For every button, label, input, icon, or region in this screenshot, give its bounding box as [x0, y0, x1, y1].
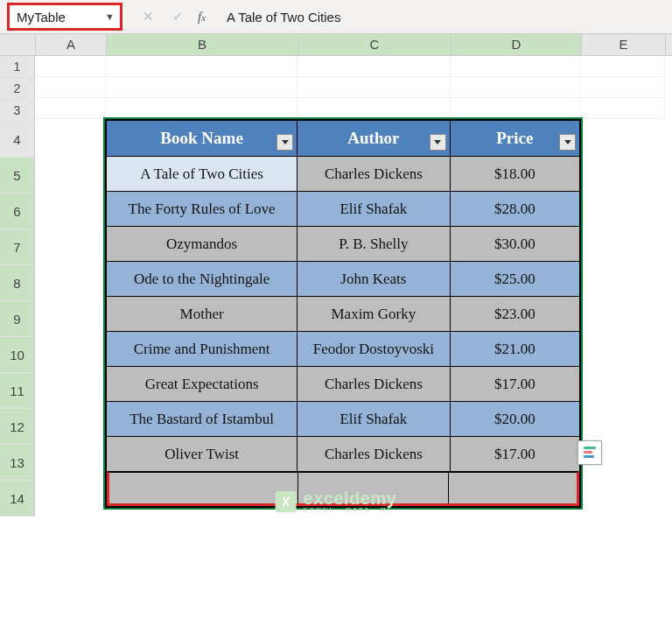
select-all-corner[interactable]: [0, 34, 36, 55]
row-header-9[interactable]: 9: [0, 301, 35, 337]
filter-button[interactable]: [430, 134, 446, 151]
logo-title: exceldemy: [304, 489, 397, 507]
row-header-1[interactable]: 1: [0, 56, 35, 78]
table-row[interactable]: Mother Maxim Gorky $23.00: [107, 296, 579, 331]
cell-author[interactable]: P. B. Shelly: [298, 226, 450, 261]
row-header-13[interactable]: 13: [0, 445, 35, 481]
table-header-label: Book Name: [160, 129, 242, 148]
cell-author[interactable]: Maxim Gorky: [298, 296, 450, 331]
cell-book[interactable]: Oliver Twist: [107, 436, 298, 471]
cell-book[interactable]: The Bastard of Istambul: [107, 401, 298, 436]
cell-book[interactable]: Crime and Punishment: [107, 331, 298, 366]
table-row[interactable]: Great Expectations Charles Dickens $17.0…: [107, 366, 579, 401]
row-header-14[interactable]: 14: [0, 481, 35, 517]
filter-button[interactable]: [276, 134, 293, 151]
column-header-e[interactable]: E: [582, 34, 666, 55]
formula-bar: MyTable ▼ ✕ ✓ fx A Tale of Two Cities: [0, 0, 672, 34]
cancel-icon[interactable]: ✕: [138, 9, 158, 25]
excel-table[interactable]: Book Name Author Price A Tale of Two Cit…: [105, 119, 581, 508]
table-row[interactable]: Ozymandos P. B. Shelly $30.00: [107, 226, 579, 261]
cell-author[interactable]: Charles Dickens: [298, 436, 450, 471]
cell-author[interactable]: Elif Shafak: [298, 401, 450, 436]
table-row[interactable]: The Bastard of Istambul Elif Shafak $20.…: [107, 401, 579, 436]
logo-watermark: X exceldemy EXCEL · DATA · BI: [276, 489, 397, 514]
row-header-12[interactable]: 12: [0, 409, 35, 445]
table-header-row: Book Name Author Price: [107, 121, 579, 156]
row-header-2[interactable]: 2: [0, 78, 35, 100]
cell-author[interactable]: Charles Dickens: [298, 156, 450, 191]
table-row[interactable]: Oliver Twist Charles Dickens $17.00: [107, 436, 579, 471]
cell-price[interactable]: $17.00: [451, 366, 579, 401]
column-headers: A B C D E: [0, 34, 672, 56]
cell-book[interactable]: Ozymandos: [107, 226, 298, 261]
row-headers: 1 2 3 4 5 6 7 8 9 10 11 12 13 14: [0, 56, 35, 517]
table-row[interactable]: Crime and Punishment Feodor Dostoyvoski …: [107, 331, 579, 366]
row-header-7[interactable]: 7: [0, 229, 35, 265]
cell-book[interactable]: The Forty Rules of Love: [107, 191, 298, 226]
cell-author[interactable]: Charles Dickens: [298, 366, 450, 401]
cell-price[interactable]: $30.00: [451, 226, 579, 261]
table-row[interactable]: The Forty Rules of Love Elif Shafak $28.…: [107, 191, 579, 226]
column-header-c[interactable]: C: [298, 34, 452, 55]
row-header-5[interactable]: 5: [0, 158, 35, 193]
column-header-d[interactable]: D: [452, 34, 582, 55]
cell-author[interactable]: Elif Shafak: [298, 191, 450, 226]
row-header-4[interactable]: 4: [0, 122, 35, 158]
cell-author[interactable]: Feodor Dostoyvoski: [298, 331, 450, 366]
cell-price[interactable]: $25.00: [451, 261, 579, 296]
table-header-label: Price: [496, 129, 533, 148]
cell-price[interactable]: $23.00: [451, 296, 579, 331]
cell-book[interactable]: Ode to the Nightingale: [107, 261, 298, 296]
fx-icon[interactable]: fx: [198, 10, 206, 25]
row-header-6[interactable]: 6: [0, 193, 35, 229]
cell-author[interactable]: John Keats: [298, 261, 450, 296]
confirm-icon[interactable]: ✓: [168, 9, 187, 25]
formula-text[interactable]: A Tale of Two Cities: [227, 10, 340, 25]
column-header-b[interactable]: B: [107, 34, 298, 55]
row-header-8[interactable]: 8: [0, 265, 35, 301]
cell-price[interactable]: $17.00: [451, 436, 579, 471]
cell-empty[interactable]: [109, 473, 298, 503]
table-row[interactable]: Ode to the Nightingale John Keats $25.00: [107, 261, 579, 296]
cell-book[interactable]: Great Expectations: [107, 366, 298, 401]
cell-book[interactable]: Mother: [107, 296, 298, 331]
quick-analysis-icon[interactable]: [578, 440, 602, 465]
filter-button[interactable]: [559, 134, 576, 151]
table-header-book[interactable]: Book Name: [107, 121, 298, 156]
row-header-3[interactable]: 3: [0, 100, 35, 122]
cell-price[interactable]: $20.00: [451, 401, 579, 436]
cell-empty[interactable]: [449, 473, 577, 503]
row-header-10[interactable]: 10: [0, 337, 35, 373]
row-header-11[interactable]: 11: [0, 373, 35, 409]
name-box[interactable]: MyTable ▼: [7, 3, 122, 31]
cell-price[interactable]: $21.00: [451, 331, 579, 366]
column-header-a[interactable]: A: [36, 34, 107, 55]
logo-icon: X: [276, 491, 297, 512]
dropdown-icon[interactable]: ▼: [105, 11, 120, 22]
cell-price[interactable]: $18.00: [451, 156, 579, 191]
logo-subtitle: EXCEL · DATA · BI: [304, 507, 397, 514]
cell-book[interactable]: A Tale of Two Cities: [107, 156, 298, 191]
table-header-label: Author: [347, 129, 399, 148]
table-header-author[interactable]: Author: [298, 121, 450, 156]
name-box-text: MyTable: [17, 10, 66, 25]
cell-price[interactable]: $28.00: [451, 191, 579, 226]
table-header-price[interactable]: Price: [451, 121, 579, 156]
table-row[interactable]: A Tale of Two Cities Charles Dickens $18…: [107, 156, 579, 191]
